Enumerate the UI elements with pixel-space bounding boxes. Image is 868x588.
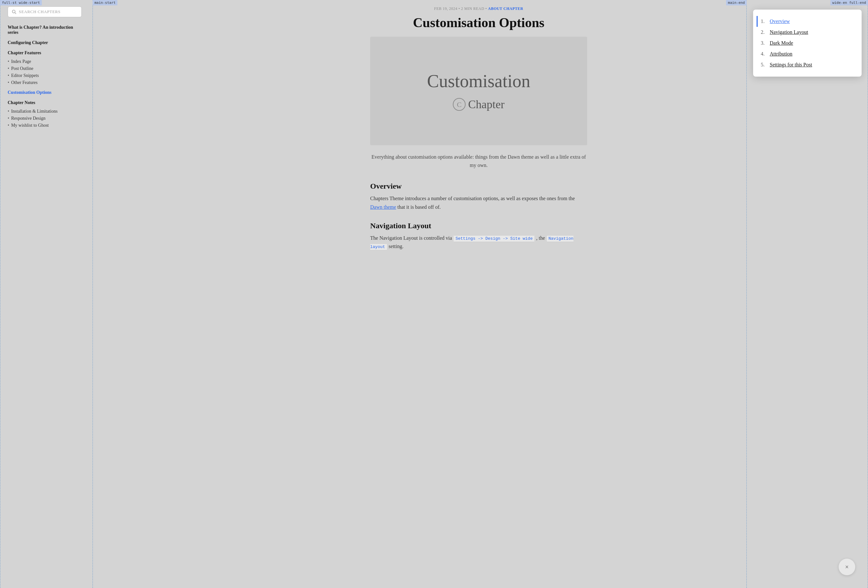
- article-title: Customisation Options: [102, 15, 855, 30]
- list-item-responsive-design[interactable]: Responsive Design: [8, 115, 82, 122]
- code-settings-link[interactable]: Settings -> Design -> Site wide: [453, 235, 535, 242]
- toc-number-5: 5.: [761, 62, 767, 68]
- toc-link-overview[interactable]: Overview: [770, 19, 790, 24]
- dawn-theme-link[interactable]: Dawn theme: [370, 204, 396, 210]
- list-item-installation[interactable]: Installation & Limitations: [8, 108, 82, 115]
- svg-line-1: [15, 13, 16, 14]
- sidebar-group-2-title: Configuring Chapter: [8, 40, 82, 45]
- article-read-time: 2 MIN READ: [461, 6, 484, 11]
- list-item-other-features[interactable]: Other Features: [8, 79, 82, 86]
- sidebar: SEARCH CHAPTERS What is Chapter? An intr…: [0, 0, 89, 588]
- list-item-post-outline[interactable]: Post Outline: [8, 65, 82, 72]
- toc-number-4: 4.: [761, 51, 767, 57]
- sidebar-active-item-customisation[interactable]: Customisation Options: [8, 90, 82, 95]
- sidebar-notes-title: Chapter Notes: [8, 100, 82, 105]
- toc-link-attribution[interactable]: Attribution: [770, 51, 793, 57]
- article-date: FEB 19, 2024: [434, 6, 457, 11]
- sidebar-group-3-title: Chapter Features: [8, 50, 82, 56]
- hero-image: Customisation C Chapter: [370, 37, 587, 145]
- hero-brand-text: Chapter: [468, 98, 505, 111]
- toc-number-1: 1.: [761, 19, 767, 24]
- hero-customisation-text: Customisation C Chapter: [427, 71, 530, 111]
- heading-overview: Overview: [370, 182, 587, 191]
- guide-main-start: main-start: [93, 0, 117, 6]
- list-item-wishlist[interactable]: My wishlist to Ghost: [8, 122, 82, 129]
- main-content: FEB 19, 2024 • 2 MIN READ • ABOUT CHAPTE…: [89, 0, 868, 588]
- close-button[interactable]: ×: [838, 558, 855, 575]
- text-overview: Chapters Theme introduces a number of cu…: [370, 194, 587, 211]
- chapter-features-list: Index Page Post Outline Editor Snippets …: [8, 58, 82, 86]
- article-excerpt: Everything about customisation options a…: [370, 153, 587, 169]
- sidebar-group-1-title: What is Chapter? An introduction series: [8, 25, 82, 35]
- toc-item-1[interactable]: 1. Overview: [757, 16, 854, 27]
- toc-item-5[interactable]: 5. Settings for this Post: [761, 59, 854, 70]
- text-navigation-layout: The Navigation Layout is controlled via …: [370, 234, 587, 251]
- page-wrapper: SEARCH CHAPTERS What is Chapter? An intr…: [0, 0, 868, 588]
- toc-link-navigation-layout[interactable]: Navigation Layout: [770, 30, 808, 35]
- article-about-chapter: ABOUT CHAPTER: [488, 6, 523, 11]
- toc-number-3: 3.: [761, 40, 767, 46]
- toc-link-settings[interactable]: Settings for this Post: [770, 62, 812, 68]
- search-icon: [12, 10, 16, 14]
- toc-item-3[interactable]: 3. Dark Mode: [761, 38, 854, 49]
- toc-item-4[interactable]: 4. Attribution: [761, 49, 854, 59]
- section-overview: Overview Chapters Theme introduces a num…: [370, 182, 587, 211]
- heading-navigation-layout: Navigation Layout: [370, 222, 587, 230]
- toc-link-dark-mode[interactable]: Dark Mode: [770, 40, 793, 46]
- hero-chapter-icon: C: [453, 98, 466, 111]
- toc-item-2[interactable]: 2. Navigation Layout: [761, 27, 854, 38]
- toc-number-2: 2.: [761, 30, 767, 35]
- search-placeholder-text: SEARCH CHAPTERS: [19, 9, 61, 14]
- guide-wide-en-full-end: wide-en full-end: [830, 0, 868, 6]
- list-item-index-page[interactable]: Index Page: [8, 58, 82, 65]
- search-box[interactable]: SEARCH CHAPTERS: [8, 6, 82, 17]
- section-navigation-layout: Navigation Layout The Navigation Layout …: [370, 222, 587, 251]
- guide-main-end: main-end: [726, 0, 747, 6]
- guide-full-st-wide-start: full-st wide-start: [0, 0, 42, 6]
- toc-popup: 1. Overview 2. Navigation Layout 3. Dark…: [753, 10, 862, 77]
- chapter-notes-list: Installation & Limitations Responsive De…: [8, 108, 82, 129]
- list-item-editor-snippets[interactable]: Editor Snippets: [8, 72, 82, 79]
- meta-separator-1: •: [459, 6, 461, 11]
